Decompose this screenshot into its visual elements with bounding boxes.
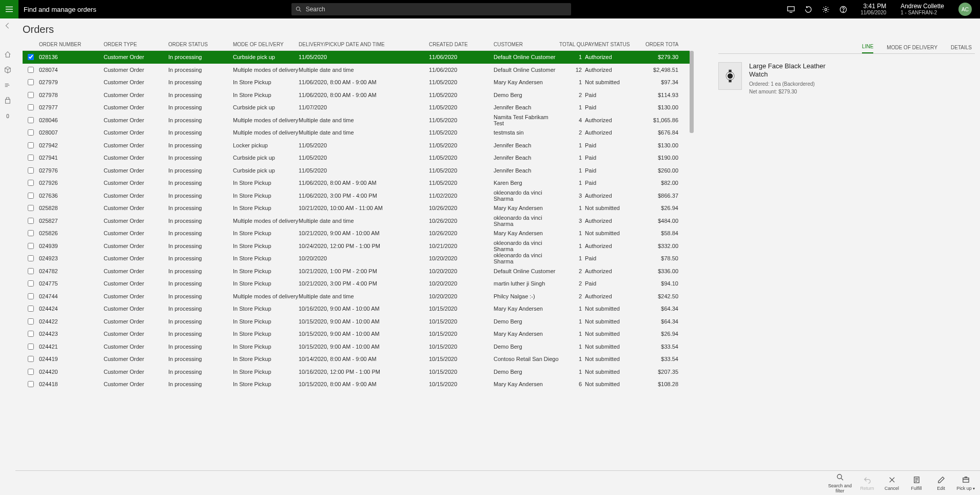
cell-order-total: $94.10 bbox=[645, 280, 678, 287]
table-row[interactable]: 024418Customer OrderIn processingIn Stor… bbox=[23, 378, 690, 388]
cell-order-status: In processing bbox=[168, 331, 233, 337]
row-checkbox[interactable] bbox=[28, 356, 34, 362]
screen-icon[interactable] bbox=[787, 5, 795, 13]
col-order-total[interactable]: ORDER TOTAL bbox=[645, 42, 678, 47]
table-row[interactable]: 027978Customer OrderIn processingIn Stor… bbox=[23, 89, 690, 102]
cube-icon[interactable] bbox=[4, 66, 12, 74]
table-row[interactable]: 024420Customer OrderIn processingIn Stor… bbox=[23, 366, 690, 378]
table-row[interactable]: 024421Customer OrderIn processingIn Stor… bbox=[23, 340, 690, 353]
row-checkbox[interactable] bbox=[28, 255, 34, 261]
cell-order-number: 024419 bbox=[39, 356, 104, 362]
row-checkbox[interactable] bbox=[28, 306, 34, 312]
row-checkbox[interactable] bbox=[28, 280, 34, 287]
table-row[interactable]: 027636Customer OrderIn processingIn Stor… bbox=[23, 189, 690, 202]
table-row[interactable]: 024939Customer OrderIn processingIn Stor… bbox=[23, 240, 690, 253]
cell-mode-delivery: Curbside pick up bbox=[233, 155, 299, 161]
table-row[interactable]: 027979Customer OrderIn processingIn Stor… bbox=[23, 76, 690, 89]
table-row[interactable]: 024923Customer OrderIn processingIn Stor… bbox=[23, 252, 690, 265]
row-checkbox[interactable] bbox=[28, 218, 34, 224]
tab-details[interactable]: DETAILS bbox=[951, 45, 972, 53]
table-row[interactable]: 025827Customer OrderIn processingMultipl… bbox=[23, 215, 690, 227]
row-checkbox[interactable] bbox=[28, 180, 34, 186]
cell-order-number: 024418 bbox=[39, 381, 104, 387]
row-checkbox[interactable] bbox=[28, 230, 34, 236]
cell-order-number: 027636 bbox=[39, 193, 104, 199]
row-checkbox[interactable] bbox=[28, 318, 34, 325]
row-checkbox[interactable] bbox=[28, 293, 34, 299]
scrollbar-thumb[interactable] bbox=[690, 51, 694, 133]
row-checkbox[interactable] bbox=[28, 79, 34, 85]
help-icon[interactable] bbox=[839, 5, 847, 13]
col-created-date[interactable]: CREATED DATE bbox=[429, 42, 494, 47]
row-checkbox[interactable] bbox=[28, 92, 34, 98]
user-block[interactable]: Andrew Collette 1 - SANFRAN-2 bbox=[900, 3, 944, 15]
search-filter-button[interactable]: Search and filter bbox=[825, 472, 855, 494]
settings-icon[interactable] bbox=[821, 5, 830, 13]
table-row[interactable]: 024424Customer OrderIn processingIn Stor… bbox=[23, 302, 690, 315]
table-row[interactable]: 028074Customer OrderIn processingMultipl… bbox=[23, 64, 690, 77]
table-row[interactable]: 027926Customer OrderIn processingIn Stor… bbox=[23, 177, 690, 189]
row-checkbox[interactable] bbox=[28, 268, 34, 274]
table-row[interactable]: 027941Customer OrderIn processingCurbsid… bbox=[23, 151, 690, 164]
count-badge[interactable]: 0 bbox=[4, 112, 12, 120]
table-row[interactable]: 024782Customer OrderIn processingIn Stor… bbox=[23, 265, 690, 278]
col-mode-delivery[interactable]: MODE OF DELIVERY bbox=[233, 42, 299, 47]
cancel-button[interactable]: Cancel bbox=[879, 475, 904, 491]
table-row[interactable]: 027976Customer OrderIn processingCurbsid… bbox=[23, 164, 690, 177]
row-checkbox[interactable] bbox=[28, 117, 34, 123]
line-card[interactable]: Large Face Black Leather Watch Ordered: … bbox=[718, 54, 975, 94]
table-row[interactable]: 028007Customer OrderIn processingMultipl… bbox=[23, 126, 690, 139]
table-row[interactable]: 027942Customer OrderIn processingLocker … bbox=[23, 139, 690, 152]
row-checkbox[interactable] bbox=[28, 205, 34, 211]
row-checkbox[interactable] bbox=[28, 369, 34, 375]
row-checkbox[interactable] bbox=[28, 193, 34, 199]
row-checkbox[interactable] bbox=[28, 54, 34, 60]
table-row[interactable]: 025826Customer OrderIn processingIn Stor… bbox=[23, 227, 690, 240]
col-customer[interactable]: CUSTOMER bbox=[494, 42, 559, 47]
fulfill-button[interactable]: Fulfill bbox=[904, 475, 929, 491]
col-order-status[interactable]: ORDER STATUS bbox=[168, 42, 233, 47]
lines-icon[interactable] bbox=[4, 81, 12, 89]
row-checkbox[interactable] bbox=[28, 104, 34, 110]
table-row[interactable]: 024423Customer OrderIn processingIn Stor… bbox=[23, 328, 690, 340]
row-checkbox[interactable] bbox=[28, 381, 34, 387]
row-checkbox[interactable] bbox=[28, 243, 34, 249]
grid-body[interactable]: 028136Customer OrderIn processingCurbsid… bbox=[23, 51, 690, 388]
edit-button[interactable]: Edit bbox=[929, 475, 953, 491]
cell-delivery-dt: 11/05/2020 bbox=[299, 54, 429, 60]
table-row[interactable]: 028136Customer OrderIn processingCurbsid… bbox=[23, 51, 690, 64]
svg-point-17 bbox=[837, 474, 841, 479]
col-total-qty[interactable]: TOTAL QUAN... bbox=[559, 42, 585, 47]
search-icon bbox=[296, 6, 302, 12]
row-checkbox[interactable] bbox=[28, 331, 34, 337]
table-row[interactable]: 024422Customer OrderIn processingIn Stor… bbox=[23, 315, 690, 328]
row-checkbox[interactable] bbox=[28, 344, 34, 350]
avatar[interactable]: AC bbox=[958, 3, 972, 16]
tab-mode[interactable]: MODE OF DELIVERY bbox=[887, 45, 937, 53]
cell-customer: Karen Berg bbox=[494, 180, 559, 186]
back-icon[interactable] bbox=[4, 22, 12, 30]
col-order-number[interactable]: ORDER NUMBER bbox=[39, 42, 104, 47]
row-checkbox[interactable] bbox=[28, 167, 34, 174]
refresh-icon[interactable] bbox=[804, 5, 812, 13]
row-checkbox[interactable] bbox=[28, 67, 34, 73]
home-icon[interactable] bbox=[4, 50, 12, 59]
table-row[interactable]: 024775Customer OrderIn processingIn Stor… bbox=[23, 277, 690, 290]
row-checkbox[interactable] bbox=[28, 142, 34, 148]
cell-order-status: In processing bbox=[168, 218, 233, 224]
table-row[interactable]: 028046Customer OrderIn processingMultipl… bbox=[23, 114, 690, 127]
hamburger-menu[interactable] bbox=[0, 0, 18, 18]
table-row[interactable]: 024744Customer OrderIn processingMultipl… bbox=[23, 290, 690, 303]
col-delivery-dt[interactable]: DELIVERY/PICKUP DATE AND TIME bbox=[299, 42, 429, 47]
row-checkbox[interactable] bbox=[28, 129, 34, 136]
pickup-button[interactable]: Pick up▾ bbox=[953, 475, 978, 491]
search-input[interactable]: Search bbox=[291, 3, 571, 15]
col-payment-status[interactable]: PAYMENT STATUS bbox=[585, 42, 645, 47]
col-order-type[interactable]: ORDER TYPE bbox=[104, 42, 168, 47]
tab-line[interactable]: LINE bbox=[862, 44, 873, 53]
table-row[interactable]: 025828Customer OrderIn processingIn Stor… bbox=[23, 202, 690, 215]
bag-icon[interactable] bbox=[4, 97, 12, 105]
row-checkbox[interactable] bbox=[28, 155, 34, 161]
table-row[interactable]: 027977Customer OrderIn processingCurbsid… bbox=[23, 101, 690, 114]
table-row[interactable]: 024419Customer OrderIn processingIn Stor… bbox=[23, 353, 690, 366]
